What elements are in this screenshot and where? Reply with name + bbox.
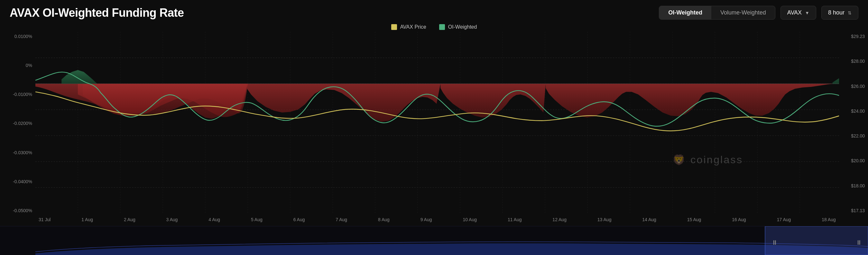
legend-item-oi: OI-Weighted [439,24,477,30]
y-right-tick-4: $22.00 [842,133,865,138]
legend: AVAX Price OI-Weighted [0,23,868,32]
oi-legend-dot [439,24,445,30]
y-right-tick-7: $17.13 [842,208,865,213]
oi-weighted-toggle[interactable]: OI-Weighted [659,6,711,19]
x-tick-7aug: 7 Aug [336,217,347,222]
y-tick-6: -0.0500% [3,208,32,213]
y-right-tick-3: $24.00 [842,109,865,114]
coin-selector[interactable]: AVAX ▼ [780,6,816,20]
time-selector[interactable]: 8 hour ⇅ [822,6,858,20]
header-controls: OI-Weighted Volume-Weighted AVAX ▼ 8 hou… [659,6,858,20]
x-tick-12aug: 12 Aug [552,217,566,222]
x-tick-18aug: 18 Aug [822,217,836,222]
x-tick-15aug: 15 Aug [687,217,701,222]
y-axis-right: $29.23 $28.00 $26.00 $24.00 $22.00 $20.0… [839,32,868,226]
svg-rect-32 [765,226,868,255]
page-title: AVAX OI-Weighted Funding Rate [10,6,184,20]
x-tick-3aug: 3 Aug [166,217,178,222]
chart-container: AVAX OI-Weighted Funding Rate OI-Weighte… [0,0,868,255]
svg-text:⏸: ⏸ [856,239,862,246]
svg-marker-27 [440,84,546,117]
x-tick-14aug: 14 Aug [642,217,656,222]
price-legend-label: AVAX Price [400,24,426,30]
y-tick-3: -0.0200% [3,121,32,126]
svg-marker-29 [61,70,97,84]
y-tick-5: -0.0400% [3,179,32,184]
svg-text:🦁 coinglass: 🦁 coinglass [672,153,743,166]
svg-text:⏸: ⏸ [772,239,778,246]
chart-area: 0.0100% 0% -0.0100% -0.0200% -0.0300% -0… [0,32,868,226]
main-chart: 🦁 coinglass 31 Jul 1 Aug 2 Aug 3 Aug 4 A… [35,32,839,226]
x-tick-16aug: 16 Aug [732,217,746,222]
y-tick-0: 0.0100% [3,34,32,39]
x-tick-6aug: 6 Aug [293,217,305,222]
x-tick-9aug: 9 Aug [421,217,432,222]
y-tick-1: 0% [3,63,32,68]
svg-marker-28 [546,84,833,117]
y-axis-left: 0.0100% 0% -0.0100% -0.0200% -0.0300% -0… [0,32,35,226]
x-tick-5aug: 5 Aug [251,217,262,222]
x-tick-8aug: 8 Aug [378,217,390,222]
y-right-tick-6: $18.00 [842,183,865,188]
x-axis: 31 Jul 1 Aug 2 Aug 3 Aug 4 Aug 5 Aug 6 A… [35,213,839,226]
y-right-tick-5: $20.00 [842,158,865,163]
y-tick-4: -0.0300% [3,150,32,155]
x-tick-10aug: 10 Aug [463,217,477,222]
y-right-tick-1: $28.00 [842,59,865,64]
oi-legend-label: OI-Weighted [448,24,477,30]
x-tick-4aug: 4 Aug [209,217,220,222]
minimap: ⏸ ⏸ [0,226,868,255]
chevron-up-down-icon: ⇅ [848,10,851,16]
x-tick-17aug: 17 Aug [777,217,791,222]
volume-weighted-toggle[interactable]: Volume-Weighted [711,6,775,19]
y-right-tick-0: $29.23 [842,34,865,39]
y-tick-2: -0.0100% [3,92,32,97]
legend-item-price: AVAX Price [391,24,426,30]
x-tick-13aug: 13 Aug [597,217,612,222]
header: AVAX OI-Weighted Funding Rate OI-Weighte… [0,0,868,23]
price-legend-dot [391,24,397,30]
x-tick-1aug: 1 Aug [82,217,93,222]
x-tick-31jul: 31 Jul [39,217,51,222]
y-right-tick-2: $26.00 [842,84,865,89]
x-tick-11aug: 11 Aug [508,217,522,222]
x-tick-2aug: 2 Aug [124,217,135,222]
svg-marker-30 [833,69,839,84]
toggle-group: OI-Weighted Volume-Weighted [659,6,775,20]
chevron-down-icon: ▼ [805,10,809,16]
